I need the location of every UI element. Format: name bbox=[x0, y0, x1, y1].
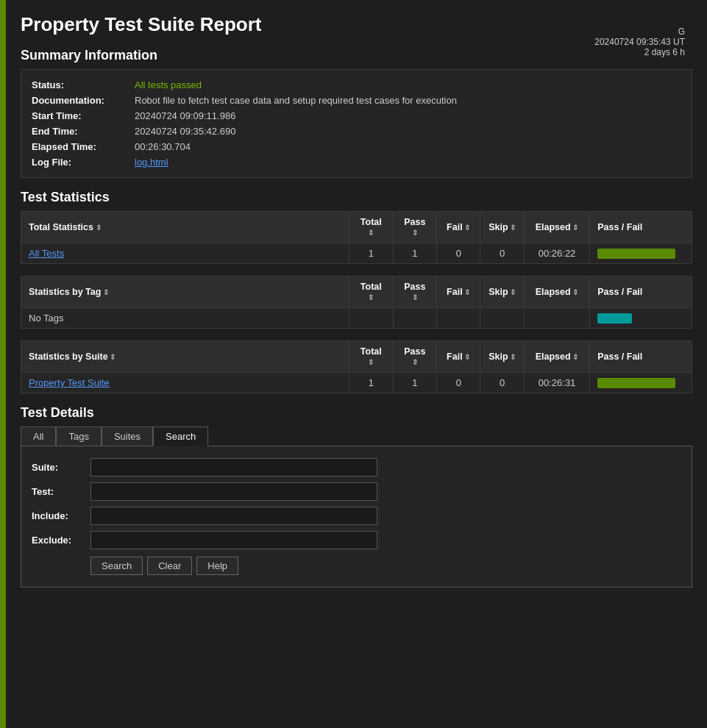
test-field-row: Test: bbox=[32, 482, 681, 501]
suite-input[interactable] bbox=[90, 458, 377, 477]
row-suite-elapsed: 00:26:31 bbox=[524, 373, 589, 393]
row-suite-skip: 0 bbox=[480, 373, 524, 393]
tag-statistics-table: Statistics by Tag Total Pass Fail Skip E… bbox=[21, 276, 692, 329]
left-accent-bar bbox=[0, 0, 6, 728]
top-right-info: G 20240724 09:35:43 UT 2 days 6 h bbox=[594, 26, 685, 57]
row-no-tags-elapsed bbox=[524, 308, 589, 329]
pass-fail-bar-all bbox=[597, 249, 675, 259]
summary-value-end: 20240724 09:35:42.690 bbox=[135, 126, 235, 137]
row-no-tags-name: No Tags bbox=[21, 308, 349, 329]
total-statistics-section: Total Statistics Total Pass Fail Skip El… bbox=[21, 211, 692, 264]
row-no-tags-total bbox=[349, 308, 393, 329]
search-button[interactable]: Search bbox=[90, 557, 143, 575]
summary-row-doc: Documentation: Robot file to fetch test … bbox=[32, 93, 681, 108]
col-tag-passfail: Pass / Fail bbox=[590, 276, 692, 308]
exclude-label: Exclude: bbox=[32, 535, 90, 546]
col-tag-skip[interactable]: Skip bbox=[480, 276, 524, 308]
row-all-tests-bar bbox=[590, 243, 692, 264]
table-row: Property Test Suite 1 1 0 0 00:26:31 bbox=[21, 373, 692, 393]
col-suite-total[interactable]: Total bbox=[349, 341, 393, 373]
col-total-fail[interactable]: Fail bbox=[437, 212, 480, 243]
top-right-line3: 2 days 6 h bbox=[594, 47, 685, 57]
summary-value-log[interactable]: log.html bbox=[135, 157, 168, 168]
col-suite-skip[interactable]: Skip bbox=[480, 341, 524, 373]
col-suite-elapsed[interactable]: Elapsed bbox=[524, 341, 589, 373]
summary-box: Status: All tests passed Documentation: … bbox=[21, 69, 692, 178]
col-tag-total[interactable]: Total bbox=[349, 276, 393, 308]
col-total-pass[interactable]: Pass bbox=[393, 212, 436, 243]
summary-value-doc: Robot file to fetch test case data and s… bbox=[135, 95, 457, 106]
summary-label-status: Status: bbox=[32, 79, 135, 90]
row-all-tests-total: 1 bbox=[349, 243, 393, 264]
summary-row-log: Log File: log.html bbox=[32, 154, 681, 170]
col-tag-pass[interactable]: Pass bbox=[393, 276, 436, 308]
summary-value-elapsed: 00:26:30.704 bbox=[135, 141, 191, 152]
suite-statistics-section: Statistics by Suite Total Pass Fail Skip… bbox=[21, 340, 692, 393]
pass-fail-bar-tags bbox=[597, 313, 632, 324]
summary-label-doc: Documentation: bbox=[32, 95, 135, 106]
table-row: No Tags bbox=[21, 308, 692, 329]
pass-fail-bar-suite bbox=[597, 378, 675, 388]
tab-all[interactable]: All bbox=[21, 427, 56, 446]
summary-row-end: End Time: 20240724 09:35:42.690 bbox=[32, 124, 681, 139]
test-details-heading: Test Details bbox=[21, 405, 692, 421]
tab-search[interactable]: Search bbox=[153, 427, 208, 446]
tabs-row: All Tags Suites Search bbox=[21, 427, 692, 446]
row-all-tests-skip: 0 bbox=[480, 243, 524, 264]
col-tag-fail[interactable]: Fail bbox=[437, 276, 480, 308]
tab-tags[interactable]: Tags bbox=[56, 427, 101, 446]
row-suite-bar bbox=[590, 373, 692, 393]
include-input[interactable] bbox=[90, 507, 377, 525]
summary-label-start: Start Time: bbox=[32, 110, 135, 121]
row-all-tests-name[interactable]: All Tests bbox=[21, 243, 349, 264]
include-label: Include: bbox=[32, 510, 90, 521]
search-buttons-row: Search Clear Help bbox=[90, 557, 681, 575]
col-suite-pass[interactable]: Pass bbox=[393, 341, 436, 373]
test-label: Test: bbox=[32, 486, 90, 497]
col-suite-fail[interactable]: Fail bbox=[437, 341, 480, 373]
row-all-tests-pass: 1 bbox=[393, 243, 436, 264]
clear-button[interactable]: Clear bbox=[147, 557, 192, 575]
row-suite-total: 1 bbox=[349, 373, 393, 393]
help-button[interactable]: Help bbox=[196, 557, 238, 575]
test-input[interactable] bbox=[90, 482, 377, 501]
row-suite-pass: 1 bbox=[393, 373, 436, 393]
summary-label-log: Log File: bbox=[32, 157, 135, 168]
col-tag-name[interactable]: Statistics by Tag bbox=[21, 276, 349, 308]
total-statistics-table: Total Statistics Total Pass Fail Skip El… bbox=[21, 211, 692, 264]
exclude-field-row: Exclude: bbox=[32, 531, 681, 549]
col-total-total[interactable]: Total bbox=[349, 212, 393, 243]
row-no-tags-bar bbox=[590, 308, 692, 329]
col-suite-passfail: Pass / Fail bbox=[590, 341, 692, 373]
summary-value-start: 20240724 09:09:11.986 bbox=[135, 110, 235, 121]
row-all-tests-fail: 0 bbox=[437, 243, 480, 264]
row-no-tags-pass bbox=[393, 308, 436, 329]
row-no-tags-fail bbox=[437, 308, 480, 329]
page-title: Property Test Suite Report bbox=[21, 13, 692, 36]
col-tag-elapsed[interactable]: Elapsed bbox=[524, 276, 589, 308]
col-total-name[interactable]: Total Statistics bbox=[21, 212, 349, 243]
tab-suites[interactable]: Suites bbox=[102, 427, 153, 446]
summary-row-start: Start Time: 20240724 09:09:11.986 bbox=[32, 108, 681, 124]
row-all-tests-elapsed: 00:26:22 bbox=[524, 243, 589, 264]
summary-label-end: End Time: bbox=[32, 126, 135, 137]
summary-row-elapsed: Elapsed Time: 00:26:30.704 bbox=[32, 139, 681, 154]
col-total-skip[interactable]: Skip bbox=[480, 212, 524, 243]
col-total-elapsed[interactable]: Elapsed bbox=[524, 212, 589, 243]
suite-statistics-table: Statistics by Suite Total Pass Fail Skip… bbox=[21, 340, 692, 393]
search-panel: Suite: Test: Include: Exclude: Search Cl… bbox=[21, 446, 692, 588]
tag-statistics-section: Statistics by Tag Total Pass Fail Skip E… bbox=[21, 276, 692, 329]
row-no-tags-skip bbox=[480, 308, 524, 329]
col-suite-name[interactable]: Statistics by Suite bbox=[21, 341, 349, 373]
suite-label: Suite: bbox=[32, 462, 90, 473]
top-right-line1: G bbox=[594, 26, 685, 37]
include-field-row: Include: bbox=[32, 507, 681, 525]
top-right-line2: 20240724 09:35:43 UT bbox=[594, 37, 685, 47]
summary-heading: Summary Information bbox=[21, 48, 692, 63]
row-suite-fail: 0 bbox=[437, 373, 480, 393]
exclude-input[interactable] bbox=[90, 531, 377, 549]
summary-label-elapsed: Elapsed Time: bbox=[32, 141, 135, 152]
suite-field-row: Suite: bbox=[32, 458, 681, 477]
row-suite-name[interactable]: Property Test Suite bbox=[21, 373, 349, 393]
summary-row-status: Status: All tests passed bbox=[32, 77, 681, 93]
